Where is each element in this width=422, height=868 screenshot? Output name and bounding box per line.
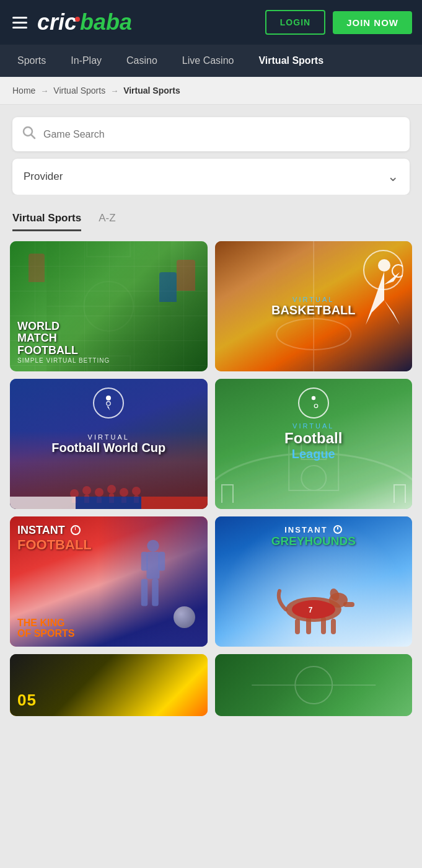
league-card-title: Football bbox=[224, 430, 402, 447]
tab-virtual-sports[interactable]: Virtual Sports bbox=[12, 207, 81, 231]
football-card-subtitle: SIMPLE VIRTUAL BETTING bbox=[17, 357, 110, 364]
svg-point-17 bbox=[82, 486, 91, 495]
logo-baba: baba bbox=[80, 9, 132, 35]
svg-point-27 bbox=[106, 396, 111, 401]
search-area: Provider ⌄ bbox=[0, 105, 422, 195]
logo-cric: cric bbox=[37, 9, 77, 35]
login-button[interactable]: LOGIN bbox=[265, 10, 325, 35]
game-card-virtual-basketball[interactable]: VIRTUAL BASKETBALL bbox=[215, 241, 413, 371]
svg-rect-46 bbox=[306, 617, 311, 634]
svg-point-33 bbox=[312, 396, 315, 400]
league-card-virtual: VIRTUAL bbox=[224, 422, 402, 430]
nav-item-live-casino[interactable]: Live Casino bbox=[170, 45, 247, 77]
logo-dot bbox=[75, 17, 80, 22]
football-card-text: WORLDMATCHFOOTBALL SIMPLE VIRTUAL BETTIN… bbox=[17, 321, 110, 364]
svg-point-29 bbox=[215, 453, 413, 509]
breadcrumb-current: Virtual Sports bbox=[123, 86, 180, 95]
svg-point-23 bbox=[120, 488, 128, 497]
svg-rect-45 bbox=[295, 619, 300, 634]
header: cricbaba LOGIN JOIN NOW bbox=[0, 0, 422, 45]
provider-label: Provider bbox=[24, 170, 63, 183]
join-button[interactable]: JOIN NOW bbox=[333, 11, 412, 34]
instant-football-title1: INSTANT bbox=[17, 524, 92, 537]
svg-text:7: 7 bbox=[308, 606, 312, 614]
nav-item-casino[interactable]: Casino bbox=[114, 45, 170, 77]
search-icon bbox=[22, 126, 36, 143]
instant-football-text: INSTANT FOOTBALL bbox=[17, 524, 92, 553]
svg-point-21 bbox=[107, 485, 116, 494]
nav-item-sports[interactable]: Sports bbox=[5, 45, 58, 77]
svg-rect-39 bbox=[141, 552, 148, 571]
svg-rect-48 bbox=[331, 619, 336, 634]
game-card-partial-1[interactable]: 05 bbox=[10, 654, 208, 716]
breadcrumb-home[interactable]: Home bbox=[12, 86, 35, 95]
league-card-text: VIRTUAL Football League bbox=[224, 422, 402, 461]
provider-dropdown[interactable]: Provider ⌄ bbox=[12, 159, 410, 195]
logo: cricbaba bbox=[37, 9, 258, 35]
svg-point-28 bbox=[107, 402, 110, 405]
breadcrumb-arrow-1: → bbox=[40, 86, 48, 95]
breadcrumb: Home → Virtual Sports → Virtual Sports bbox=[0, 77, 422, 105]
svg-rect-38 bbox=[152, 579, 159, 606]
greyhounds-card-title2: GREYHOUNDS bbox=[222, 534, 405, 548]
svg-point-25 bbox=[132, 487, 141, 495]
svg-point-35 bbox=[147, 540, 159, 552]
game-card-partial-2[interactable] bbox=[215, 654, 413, 716]
nav-item-inplay[interactable]: In-Play bbox=[58, 45, 114, 77]
nav-item-virtual-sports[interactable]: Virtual Sports bbox=[246, 45, 336, 77]
tab-az[interactable]: A-Z bbox=[99, 207, 115, 231]
worldcup-card-title: Football World Cup bbox=[10, 441, 208, 455]
breadcrumb-arrow-2: → bbox=[110, 86, 118, 95]
basketball-card-title: BASKETBALL bbox=[271, 303, 356, 317]
svg-line-1 bbox=[32, 135, 35, 139]
svg-rect-40 bbox=[159, 552, 165, 571]
breadcrumb-parent[interactable]: Virtual Sports bbox=[53, 86, 105, 95]
basketball-card-virtual: VIRTUAL bbox=[271, 296, 356, 303]
game-card-virtual-football-league[interactable]: VIRTUAL Football League bbox=[215, 379, 413, 509]
greyhounds-card-text: INSTANT GREYHOUNDS bbox=[222, 524, 405, 548]
svg-rect-47 bbox=[321, 617, 326, 634]
greyhounds-card-title1: INSTANT bbox=[222, 524, 405, 534]
worldcup-card-virtual: VIRTUAL bbox=[10, 433, 208, 441]
game-card-football-world-cup[interactable]: VIRTUAL Football World Cup bbox=[10, 379, 208, 509]
svg-rect-43 bbox=[343, 602, 354, 607]
svg-point-49 bbox=[292, 600, 335, 619]
league-card-subtitle: League bbox=[224, 447, 402, 461]
game-card-world-match-football[interactable]: WORLDMATCHFOOTBALL SIMPLE VIRTUAL BETTIN… bbox=[10, 241, 208, 371]
instant-football-bottom: THE KINGOF SPORTS bbox=[17, 618, 74, 639]
game-card-instant-football[interactable]: INSTANT FOOTBALL THE KINGOF SPORTS bbox=[10, 516, 208, 647]
worldcup-card-text: VIRTUAL Football World Cup bbox=[10, 433, 208, 455]
chevron-down-icon: ⌄ bbox=[387, 169, 398, 185]
svg-point-32 bbox=[301, 466, 326, 490]
svg-rect-37 bbox=[141, 579, 148, 606]
instant-football-king: THE KINGOF SPORTS bbox=[17, 618, 74, 639]
svg-rect-36 bbox=[146, 552, 159, 579]
basketball-card-text: VIRTUAL BASKETBALL bbox=[271, 296, 356, 317]
tabs: Virtual Sports A-Z bbox=[0, 195, 422, 231]
svg-point-19 bbox=[95, 488, 103, 497]
football-card-title: WORLDMATCHFOOTBALL bbox=[17, 321, 110, 357]
svg-point-34 bbox=[314, 404, 318, 408]
game-card-instant-greyhounds[interactable]: 7 INSTANT GREYHOUNDS bbox=[215, 516, 413, 647]
search-input[interactable] bbox=[43, 129, 400, 140]
menu-icon[interactable] bbox=[10, 14, 30, 31]
game-grid: WORLDMATCHFOOTBALL SIMPLE VIRTUAL BETTIN… bbox=[0, 231, 422, 726]
nav-bar: Sports In-Play Casino Live Casino Virtua… bbox=[0, 45, 422, 77]
search-box bbox=[12, 117, 410, 151]
instant-football-title2: FOOTBALL bbox=[17, 537, 92, 553]
